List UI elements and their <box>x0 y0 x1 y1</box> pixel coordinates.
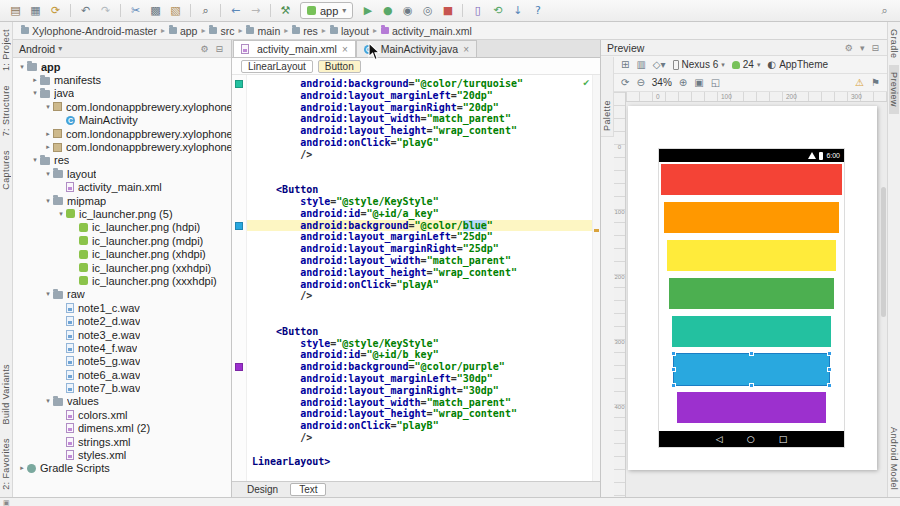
gear-icon[interactable]: ⚙ <box>843 43 855 53</box>
tree-item[interactable]: ▾app <box>13 60 231 73</box>
tree-item[interactable]: ▾ic_launcher.png (5) <box>13 207 231 220</box>
toolwindow-button-preview[interactable]: Preview <box>889 65 899 114</box>
attach-debugger-icon[interactable]: ◎ <box>418 2 437 19</box>
toolwindow-button-build-variants[interactable]: Build Variants <box>1 357 11 431</box>
theme-selector[interactable]: ◐AppTheme <box>767 59 828 70</box>
forward-icon[interactable]: → <box>246 2 265 19</box>
expand-arrow-icon[interactable]: ▸ <box>30 76 40 84</box>
device-selector[interactable]: Nexus 6▾ <box>673 59 725 70</box>
cut-icon[interactable]: ✂ <box>126 2 145 19</box>
back-icon[interactable]: ← <box>226 2 245 19</box>
breadcrumb-item[interactable]: main <box>245 25 281 37</box>
tree-item[interactable]: ▾res <box>13 154 231 167</box>
tree-item[interactable]: ▾com.londonappbrewery.xylophonep <box>13 100 231 113</box>
settings-gear-icon[interactable]: ⚙ <box>198 44 210 54</box>
tab-text[interactable]: Text <box>290 483 326 496</box>
tree-item[interactable]: ic_launcher.png (mdpi) <box>13 234 231 247</box>
tree-item[interactable]: colors.xml <box>13 408 231 421</box>
breadcrumb-linearlayout[interactable]: LinearLayout <box>241 60 313 73</box>
tree-item[interactable]: ▾raw <box>13 288 231 301</box>
tree-item[interactable]: CMainActivity <box>13 114 231 127</box>
tree-item[interactable]: ▸manifests <box>13 73 231 86</box>
tree-item[interactable]: ▾layout <box>13 167 231 180</box>
debug-icon[interactable]: ● <box>378 2 397 19</box>
toolwindow-toggle-icon[interactable]: ▣ <box>3 499 10 506</box>
tree-item[interactable]: note1_c.wav <box>13 301 231 314</box>
collapse-arrow-icon[interactable]: ▾ <box>56 210 66 218</box>
tree-item[interactable]: note4_f.wav <box>13 341 231 354</box>
xylophone-key-yellow[interactable] <box>667 240 836 271</box>
sync-files-icon[interactable]: ⟳ <box>46 2 65 19</box>
run-config-selector[interactable]: app▾ <box>300 2 353 19</box>
collapse-all-icon[interactable]: ⊟ <box>213 44 225 54</box>
tree-item[interactable]: note2_d.wav <box>13 314 231 327</box>
breadcrumb-item[interactable]: app <box>168 25 199 37</box>
breadcrumb-item[interactable]: src <box>208 25 235 37</box>
breadcrumb-item[interactable]: Xylophone-Android-master <box>20 25 158 37</box>
breadcrumb-item[interactable]: activity_main.xml <box>380 25 473 37</box>
toolwindow-button-1-project[interactable]: 1: Project <box>1 22 11 78</box>
expand-arrow-icon[interactable]: ▸ <box>17 464 27 472</box>
collapse-arrow-icon[interactable]: ▾ <box>43 103 53 111</box>
api-level-selector[interactable]: 24▾ <box>732 59 761 70</box>
collapse-arrow-icon[interactable]: ▾ <box>43 397 53 405</box>
code-editor[interactable]: android:background="@color/turquoise" an… <box>232 75 600 481</box>
orientation-toggle-icon[interactable]: ▥ <box>636 59 645 70</box>
redo-icon[interactable]: ↷ <box>96 2 115 19</box>
sdk-manager-icon[interactable]: ↓ <box>508 2 527 19</box>
tree-item[interactable]: ic_launcher.png (xxhdpi) <box>13 261 231 274</box>
tab-activity-main-xml[interactable]: activity_main.xml × <box>233 40 356 57</box>
color-preview-swatch[interactable] <box>235 80 243 88</box>
tree-item[interactable]: note6_a.wav <box>13 368 231 381</box>
help-icon[interactable]: ? <box>528 2 547 19</box>
warnings-icon[interactable]: ⚠ <box>855 77 864 88</box>
project-view-selector[interactable]: Android <box>19 43 55 55</box>
collapse-arrow-icon[interactable]: ▾ <box>17 63 27 71</box>
resize-handle-sw[interactable] <box>671 383 676 388</box>
xylophone-key-red[interactable] <box>661 164 842 195</box>
refresh-icon[interactable]: ⟳ <box>621 77 629 88</box>
resize-handle-s[interactable] <box>749 383 754 388</box>
paste-icon[interactable]: ▧ <box>166 2 185 19</box>
open-project-icon[interactable]: ▤ <box>6 2 25 19</box>
breadcrumb-item[interactable]: res <box>291 25 319 37</box>
expand-arrow-icon[interactable]: ▸ <box>43 130 53 138</box>
resize-handle-n[interactable] <box>749 351 754 356</box>
tree-item[interactable]: styles.xml <box>13 448 231 461</box>
zoom-actual-icon[interactable]: ▣ <box>694 77 703 88</box>
toolwindow-button-2-favorites[interactable]: 2: Favorites <box>1 431 11 497</box>
xylophone-key-blue[interactable] <box>674 354 829 385</box>
tree-item[interactable]: dimens.xml (2) <box>13 422 231 435</box>
zoom-out-icon[interactable]: ⊖ <box>636 77 644 88</box>
notifications-icon[interactable]: ⚑ <box>871 77 880 88</box>
xylophone-key-orange[interactable] <box>664 202 839 233</box>
palette-tab[interactable]: Palette <box>601 57 614 137</box>
build-icon[interactable]: ⚒ <box>276 2 295 19</box>
zoom-fit-icon[interactable]: ◱ <box>711 77 720 88</box>
xylophone-key-purple[interactable] <box>677 392 826 423</box>
hide-icon[interactable]: ⊟ <box>869 43 881 53</box>
avd-manager-icon[interactable]: ▯ <box>468 2 487 19</box>
tree-item[interactable]: ic_launcher.png (xhdpi) <box>13 247 231 260</box>
tree-item[interactable]: ▾values <box>13 395 231 408</box>
run-icon[interactable]: ▶ <box>358 2 377 19</box>
tree-item[interactable]: strings.xml <box>13 435 231 448</box>
toolwindow-button-android-model[interactable]: Android Model <box>889 420 899 497</box>
tree-item[interactable]: ▸Gradle Scripts <box>13 462 231 475</box>
gradle-sync-icon[interactable]: ⟲ <box>488 2 507 19</box>
toolwindow-button-7-structure[interactable]: 7: Structure <box>1 78 11 143</box>
collapse-arrow-icon[interactable]: ▾ <box>43 197 53 205</box>
collapse-arrow-icon[interactable]: ▾ <box>43 170 53 178</box>
variations-icon[interactable]: ⊞ <box>621 59 629 70</box>
toolwindow-button-captures[interactable]: Captures <box>1 143 11 197</box>
breadcrumb-item[interactable]: layout <box>329 25 370 37</box>
find-icon[interactable]: ⌕ <box>196 2 215 19</box>
save-all-icon[interactable]: ▦ <box>26 2 45 19</box>
resize-handle-e[interactable] <box>827 367 832 372</box>
color-preview-swatch[interactable] <box>235 363 243 371</box>
tree-item[interactable]: note3_e.wav <box>13 328 231 341</box>
editor-scrollbar[interactable] <box>592 75 600 481</box>
preview-scrollbar[interactable] <box>881 187 886 317</box>
expand-arrow-icon[interactable]: ▸ <box>43 143 53 151</box>
resize-handle-se[interactable] <box>827 383 832 388</box>
